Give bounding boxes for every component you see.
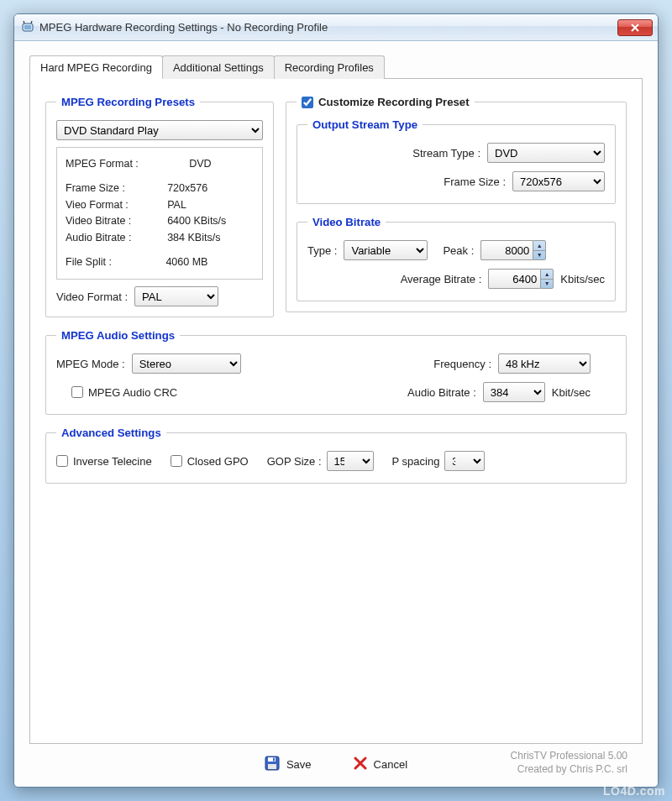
save-label: Save: [286, 758, 312, 771]
avg-unit: Kbits/sec: [560, 273, 605, 285]
svg-rect-4: [273, 758, 275, 762]
customize-legend: Customize Recording Preset: [297, 96, 475, 108]
inverse-telecine-label: Inverse Telecine: [73, 455, 152, 468]
app-icon: [21, 21, 34, 34]
spin-down-icon[interactable]: ▼: [533, 251, 545, 260]
tab-panel: MPEG Recording Presets DVD Standard Play…: [29, 78, 643, 744]
save-icon: [265, 756, 280, 773]
customize-group: Customize Recording Preset Output Stream…: [286, 96, 627, 312]
content-area: Hard MPEG Recording Additional Settings …: [14, 41, 658, 787]
stream-type-label: Stream Type :: [412, 147, 480, 160]
frequency-label: Frequency :: [433, 358, 491, 370]
tab-profiles[interactable]: Recording Profiles: [274, 55, 385, 79]
video-bitrate-legend: Video Bitrate: [307, 216, 386, 228]
frequency-select[interactable]: 48 kHz: [498, 353, 591, 374]
inverse-telecine-checkbox[interactable]: [56, 455, 68, 467]
video-format-label: Video Format :: [56, 291, 128, 303]
close-button[interactable]: [617, 19, 653, 36]
avg-bitrate-label: Average Bitrate :: [401, 273, 482, 285]
audio-bitrate-unit: Kbit/sec: [552, 386, 591, 399]
cancel-button[interactable]: Cancel: [354, 756, 407, 772]
p-spacing-label: P spacing: [392, 455, 440, 468]
cancel-icon: [354, 756, 367, 772]
audio-bitrate-label: Audio Bitrate :: [407, 386, 476, 399]
peak-spinner[interactable]: ▲▼: [480, 240, 546, 260]
p-spacing-select[interactable]: 3: [444, 451, 485, 471]
audio-bitrate-select[interactable]: 384: [483, 382, 545, 402]
svg-rect-5: [268, 764, 276, 769]
stream-type-select[interactable]: DVD: [487, 143, 605, 163]
svg-rect-1: [24, 25, 31, 29]
frame-size-select[interactable]: 720x576: [512, 171, 605, 191]
gop-size-select[interactable]: 15: [327, 451, 374, 471]
advanced-legend: Advanced Settings: [56, 427, 166, 439]
output-stream-group: Output Stream Type Stream Type : DVD Fra…: [297, 118, 616, 204]
bitrate-type-select[interactable]: Variable: [344, 240, 428, 260]
preset-info: MPEG Format :DVD Frame Size :720x576 Vie…: [56, 147, 263, 280]
video-format-select[interactable]: PAL: [134, 286, 218, 306]
spin-up-icon[interactable]: ▲: [541, 270, 553, 280]
close-icon: [631, 24, 639, 32]
avg-input[interactable]: [488, 269, 540, 289]
bitrate-type-label: Type :: [307, 244, 337, 257]
dialog-window: MPEG Hardware Recording Settings - No Re…: [13, 13, 659, 788]
cancel-label: Cancel: [374, 758, 407, 771]
window-title: MPEG Hardware Recording Settings - No Re…: [39, 21, 617, 34]
frame-size-label: Frame Size :: [444, 175, 506, 188]
audio-crc-label: MPEG Audio CRC: [88, 386, 177, 399]
watermark: LO4D.com: [603, 784, 665, 798]
peak-label: Peak :: [443, 244, 474, 257]
presets-legend: MPEG Recording Presets: [56, 96, 200, 108]
presets-group: MPEG Recording Presets DVD Standard Play…: [45, 96, 274, 317]
avg-spinner[interactable]: ▲▼: [488, 269, 554, 289]
credits: ChrisTV Professional 5.00 Created by Chr…: [511, 749, 627, 776]
customize-checkbox[interactable]: [302, 97, 313, 108]
mpeg-mode-label: MPEG Mode :: [56, 358, 125, 370]
video-bitrate-group: Video Bitrate Type : Variable Peak : ▲▼: [297, 216, 616, 301]
closed-gpo-checkbox[interactable]: [171, 455, 182, 467]
gop-size-label: GOP Size :: [267, 455, 322, 468]
mpeg-mode-select[interactable]: Stereo: [132, 353, 241, 374]
save-button[interactable]: Save: [265, 756, 312, 773]
footer: Save Cancel ChrisTV Professional 5.00 Cr…: [29, 744, 643, 778]
output-stream-legend: Output Stream Type: [307, 118, 423, 131]
peak-input[interactable]: [480, 240, 533, 260]
tab-hard-mpeg[interactable]: Hard MPEG Recording: [29, 55, 163, 79]
spin-down-icon[interactable]: ▼: [541, 280, 553, 289]
titlebar: MPEG Hardware Recording Settings - No Re…: [14, 14, 658, 41]
advanced-group: Advanced Settings Inverse Telecine Close…: [45, 427, 627, 484]
preset-select[interactable]: DVD Standard Play: [56, 120, 263, 140]
audio-crc-checkbox[interactable]: [71, 386, 83, 398]
audio-legend: MPEG Audio Settings: [56, 329, 180, 342]
closed-gpo-label: Closed GPO: [187, 455, 249, 468]
tab-additional[interactable]: Additional Settings: [162, 55, 275, 79]
spin-up-icon[interactable]: ▲: [533, 241, 545, 251]
tab-strip: Hard MPEG Recording Additional Settings …: [29, 55, 643, 78]
audio-group: MPEG Audio Settings MPEG Mode : Stereo F…: [45, 329, 627, 415]
